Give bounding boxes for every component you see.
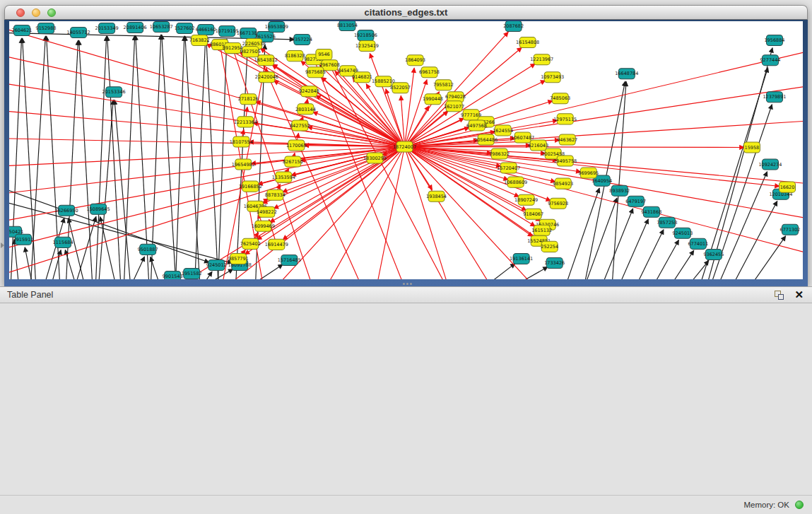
graph-node[interactable]: 16099469 — [252, 221, 275, 231]
graph-node[interactable]: 1951582 — [182, 268, 202, 279]
graph-node[interactable]: 1990448 — [423, 94, 443, 105]
graph-node[interactable]: 9152988 — [36, 23, 57, 34]
black-edge[interactable] — [669, 250, 694, 279]
graph-node[interactable]: 20564486 — [474, 134, 498, 145]
graph-node[interactable]: 7857258 — [657, 217, 677, 228]
graph-node[interactable]: 12325419 — [355, 41, 379, 52]
graph-node[interactable]: 8878334 — [265, 189, 286, 200]
black-edge[interactable] — [98, 100, 113, 279]
graph-node[interactable]: 18907249 — [514, 194, 538, 205]
graph-node[interactable]: 9857791 — [228, 253, 249, 264]
black-edge[interactable] — [162, 35, 176, 279]
graph-node[interactable]: 12975115 — [553, 114, 577, 124]
graph-node[interactable]: 6479197 — [625, 196, 646, 206]
graph-node[interactable]: 8938932 — [609, 185, 630, 196]
graph-node[interactable]: 9362455 — [703, 249, 724, 259]
graph-node[interactable]: 18300295 — [363, 153, 387, 163]
graph-node[interactable]: 8267150 — [283, 156, 303, 167]
graph-node[interactable]: 7163822 — [189, 35, 210, 46]
graph-node[interactable]: 1115684 — [53, 237, 73, 247]
memory-status-icon[interactable] — [795, 501, 804, 509]
red-edge[interactable] — [316, 95, 405, 147]
red-edge[interactable] — [377, 146, 404, 279]
graph-node[interactable]: 9242848 — [299, 86, 319, 97]
graph-node[interactable]: 7625402 — [240, 238, 261, 249]
graph-node[interactable]: 18107554 — [230, 136, 253, 147]
graph-node[interactable]: 18724007 — [393, 141, 416, 152]
graph-node[interactable]: 16543812 — [254, 55, 278, 66]
graph-node[interactable]: 26266950 — [55, 205, 78, 216]
graph-node[interactable]: 9463627 — [557, 134, 577, 145]
graph-node[interactable]: 2718126 — [238, 94, 259, 105]
split-pane-handle[interactable] — [402, 281, 412, 286]
graph-node[interactable]: 1498222 — [257, 206, 277, 217]
graph-node[interactable]: 15716485 — [278, 255, 301, 265]
graph-node[interactable]: 22420046 — [255, 72, 278, 83]
graph-node[interactable]: 2087682 — [503, 21, 524, 32]
graph-node[interactable]: 10719195 — [216, 26, 239, 37]
graph-node[interactable]: 15089645 — [87, 204, 110, 214]
graph-node[interactable]: 16154808 — [516, 37, 539, 48]
graph-node[interactable]: 7986322 — [489, 148, 510, 159]
graph-node[interactable]: 16648784 — [615, 69, 638, 79]
graph-node[interactable]: 11353594 — [272, 172, 295, 182]
graph-node[interactable]: 16953809 — [265, 22, 288, 33]
graph-node[interactable]: 19136141 — [510, 253, 533, 264]
graph-node[interactable]: 12213967 — [530, 54, 553, 65]
red-edge[interactable] — [404, 68, 414, 146]
graph-node[interactable]: 1527602 — [175, 23, 195, 34]
graph-node[interactable]: 9184067 — [523, 209, 543, 219]
graph-node[interactable]: 9245013 — [672, 228, 693, 238]
graph-node[interactable]: 19654982 — [232, 159, 255, 170]
graph-node[interactable]: 16914479 — [265, 239, 288, 250]
black-edge[interactable] — [124, 35, 135, 279]
graph-node[interactable]: 3915911 — [13, 234, 34, 245]
red-edge[interactable] — [9, 146, 404, 194]
red-edge[interactable] — [404, 146, 803, 255]
graph-node[interactable]: 6466160 — [196, 25, 216, 35]
graph-node[interactable]: 9501887 — [138, 244, 158, 255]
graph-node[interactable]: 10653287 — [150, 22, 173, 33]
graph-node[interactable]: 12379891 — [763, 92, 786, 103]
red-edge[interactable] — [404, 120, 803, 146]
red-edge[interactable] — [9, 146, 404, 166]
graph-node[interactable]: 8813054 — [337, 21, 358, 31]
black-edge[interactable] — [107, 36, 121, 279]
black-edge[interactable] — [584, 198, 617, 279]
graph-node[interactable]: 9277444 — [760, 55, 780, 66]
black-edge[interactable] — [717, 172, 767, 279]
graph-node[interactable]: 1864093 — [405, 55, 425, 66]
graph-node[interactable]: 9245012 — [206, 259, 227, 270]
graph-node[interactable]: 9827505 — [240, 47, 261, 57]
graph-node[interactable]: 6774011 — [688, 238, 708, 249]
graph-node[interactable]: 7955812 — [433, 80, 454, 90]
graph-node[interactable]: 9146821 — [352, 72, 372, 83]
network-canvas[interactable]: 2604621915298814055712201533492089140610… — [9, 21, 803, 279]
graph-node[interactable]: 7357224 — [292, 35, 312, 45]
sidebar-collapse-icon[interactable] — [1, 243, 4, 248]
graph-node[interactable]: 6771302 — [780, 224, 801, 235]
graph-node[interactable]: 15958 — [743, 142, 760, 153]
graph-node[interactable]: 9756928 — [548, 198, 568, 209]
graph-node[interactable]: 1170065 — [286, 140, 307, 151]
graph-node[interactable]: 14055712 — [67, 28, 90, 38]
graph-node[interactable]: 8186328 — [285, 51, 305, 62]
graph-node[interactable]: 1615132 — [531, 225, 552, 235]
graph-node[interactable]: 8522057 — [390, 83, 411, 93]
black-edge[interactable] — [565, 188, 599, 279]
black-edge[interactable] — [136, 35, 149, 279]
graph-node[interactable]: 19218506 — [354, 30, 377, 41]
graph-node[interactable]: 1624554 — [493, 125, 513, 136]
black-edge[interactable] — [200, 271, 212, 279]
graph-node[interactable]: 7485063 — [550, 93, 570, 104]
graph-node[interactable]: 19166852 — [239, 181, 262, 192]
black-edge[interactable] — [509, 267, 548, 279]
close-panel-icon[interactable]: ✕ — [794, 288, 804, 301]
black-edge[interactable] — [185, 36, 200, 279]
black-edge[interactable] — [482, 264, 515, 279]
black-edge[interactable] — [30, 36, 45, 279]
graph-node[interactable]: 6961758 — [419, 67, 440, 78]
graph-node[interactable]: 12213364 — [234, 117, 257, 127]
graph-node[interactable]: 10688609 — [504, 177, 527, 187]
black-edge[interactable] — [129, 257, 144, 279]
